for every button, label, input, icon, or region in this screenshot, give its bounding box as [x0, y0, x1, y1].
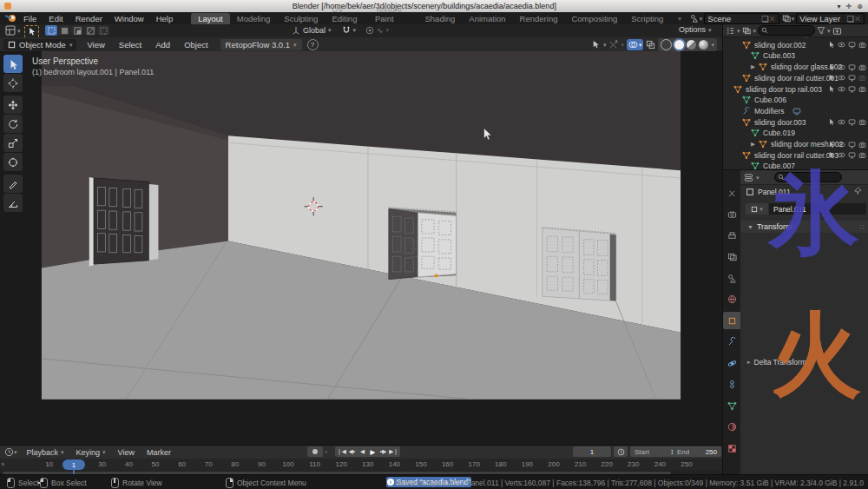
outliner-row[interactable]: sliding door rail cutter.003	[723, 150, 868, 161]
select-mode-tweak-button[interactable]	[45, 25, 57, 36]
play-button[interactable]: ▶	[368, 448, 378, 456]
tab-object-data[interactable]	[723, 397, 740, 414]
jump-to-start-button[interactable]: ❘◀	[337, 448, 346, 455]
rotate-tool-button[interactable]	[3, 115, 23, 133]
orientation-label[interactable]: Global	[303, 26, 326, 35]
menu-window[interactable]: Window	[108, 14, 150, 23]
window-controls[interactable]: ▾✛⊗	[838, 3, 863, 10]
viewport-menu-view[interactable]: View	[80, 40, 111, 50]
selectable-icon[interactable]	[827, 85, 835, 93]
properties-editor-chevron-icon[interactable]: ▾	[756, 175, 760, 181]
selectable-icon[interactable]	[827, 63, 835, 71]
blender-logo-icon[interactable]	[5, 13, 17, 23]
viewport-menu-object[interactable]: Object	[177, 40, 214, 50]
xray-toggle-icon[interactable]	[646, 40, 655, 50]
hide-viewport-icon[interactable]	[838, 118, 845, 126]
workspace-tab-texture-paint[interactable]: Texture Paint	[368, 3, 418, 24]
menu-file[interactable]: File	[17, 14, 43, 23]
shading-chevron-icon[interactable]: ▾	[711, 42, 714, 48]
select-mode-intersect-button[interactable]	[97, 25, 109, 36]
tab-modifiers[interactable]	[723, 334, 740, 351]
hide-viewport-icon[interactable]	[838, 85, 845, 93]
funnel-filter-icon[interactable]	[817, 26, 825, 35]
scene-selector[interactable]: Scene ❏ ✕	[704, 13, 779, 24]
properties-editor-icon[interactable]	[744, 173, 753, 182]
selectable-icon[interactable]	[827, 74, 835, 82]
add-workspace-button[interactable]: +	[670, 13, 689, 24]
show-object-types-icon[interactable]	[591, 40, 601, 50]
workspace-tab-animation[interactable]: Animation	[462, 13, 512, 24]
editor-type-icon[interactable]	[5, 25, 16, 36]
hide-viewport-icon[interactable]	[838, 151, 845, 159]
workspace-tab-scripting[interactable]: Scripting	[624, 13, 670, 24]
outliner-row[interactable]: Cube.007	[723, 161, 868, 169]
proportional-edit-icon[interactable]	[365, 26, 374, 35]
disable-viewport-icon[interactable]	[848, 74, 856, 82]
display-modifier-icon[interactable]	[792, 107, 801, 116]
disable-viewport-icon[interactable]	[848, 118, 856, 126]
outliner-row[interactable]: sliding door top rail.003	[723, 84, 868, 95]
outliner-item-label[interactable]: Cube.003	[763, 51, 795, 60]
tab-scene[interactable]	[723, 269, 740, 287]
workspace-tab-compositing[interactable]: Compositing	[564, 13, 624, 24]
outliner-row[interactable]: Cube.019	[723, 128, 868, 138]
outliner-row[interactable]: sliding door.003	[723, 117, 868, 128]
menu-render[interactable]: Render	[69, 14, 108, 23]
next-keyframe-button[interactable]: •▶	[378, 448, 388, 455]
outliner-row[interactable]: Cube.006	[723, 95, 868, 105]
scene-icon[interactable]	[689, 14, 700, 23]
active-tool-button[interactable]	[24, 25, 39, 38]
select-mode-subtract-button[interactable]	[84, 25, 96, 36]
snap-magnet-icon[interactable]	[342, 25, 351, 35]
measure-tool-button[interactable]	[3, 194, 23, 212]
tab-tool[interactable]	[723, 184, 740, 202]
mode-selector[interactable]: Object Mode ▾	[3, 39, 76, 50]
timeline-collapse-arrow-icon[interactable]: ›	[2, 460, 4, 468]
outliner-item-label[interactable]: Cube.006	[754, 96, 786, 104]
workspace-tab-uv-editing[interactable]: UV Editing	[325, 3, 368, 24]
frame-end-field[interactable]: End250	[673, 446, 721, 457]
outliner-row[interactable]: ▶sliding door mesh.002	[723, 139, 868, 149]
record-button[interactable]	[307, 446, 323, 457]
viewport-canvas[interactable]: User Perspective (1) bedroom layout.001 …	[0, 51, 722, 445]
material-shading-icon[interactable]	[687, 40, 696, 50]
disable-render-icon[interactable]	[858, 118, 866, 126]
workspace-tab-sculpting[interactable]: Sculpting	[277, 13, 325, 24]
timeline-ruler[interactable]: › 1 102030405060708090100110120130140150…	[0, 459, 722, 471]
disable-render-icon[interactable]	[858, 74, 866, 82]
outliner-item-label[interactable]: Modifiers	[754, 107, 784, 116]
overlays-toggle[interactable]: ▾	[627, 39, 644, 50]
outliner-filter-chevron-icon[interactable]: ▾	[753, 28, 757, 34]
new-scene-icon[interactable]: ❏	[761, 14, 769, 23]
outliner-item-label[interactable]: sliding door top rail.003	[746, 85, 822, 94]
hide-viewport-icon[interactable]	[838, 63, 845, 71]
rendered-shading-icon[interactable]	[699, 40, 708, 50]
hide-viewport-icon[interactable]	[838, 41, 845, 49]
retopoflow-dropdown[interactable]: RetopoFlow 3.0.1 ▾	[220, 39, 302, 50]
timeline-menu-keying[interactable]: Keying▾	[70, 448, 112, 457]
timeline-menu-playback[interactable]: Playback▾	[21, 448, 70, 457]
outliner-item-label[interactable]: sliding door rail cutter.001	[754, 74, 838, 83]
expand-arrow-icon[interactable]: ▶	[751, 63, 755, 70]
tab-texture[interactable]	[723, 439, 740, 457]
disable-render-icon[interactable]	[858, 85, 866, 93]
funnel-chevron-icon[interactable]: ▾	[827, 28, 831, 34]
snap-chevron-icon[interactable]: ▾	[353, 27, 357, 33]
use-preview-range-button[interactable]	[614, 446, 628, 457]
play-reverse-button[interactable]: ◀	[358, 448, 367, 455]
disable-viewport-icon[interactable]	[848, 151, 856, 159]
frame-start-field[interactable]: Start1	[630, 446, 679, 457]
tab-output[interactable]	[723, 227, 740, 244]
viewport-menu-add[interactable]: Add	[148, 40, 177, 50]
disable-render-icon[interactable]	[858, 63, 866, 71]
tab-material[interactable]	[723, 419, 740, 436]
tab-physics[interactable]	[723, 354, 740, 372]
orientation-chevron-icon[interactable]: ▾	[328, 27, 332, 33]
outliner-item-label[interactable]: Cube.019	[763, 129, 795, 137]
annotate-tool-button[interactable]	[3, 175, 23, 193]
close-icon[interactable]: ⊗	[857, 3, 863, 10]
timeline-editor-icon[interactable]	[4, 447, 14, 457]
editor-type-chevron-icon[interactable]: ▾	[17, 28, 21, 34]
select-mode-box-button[interactable]	[58, 25, 70, 36]
cursor-tool-button[interactable]	[3, 74, 23, 92]
